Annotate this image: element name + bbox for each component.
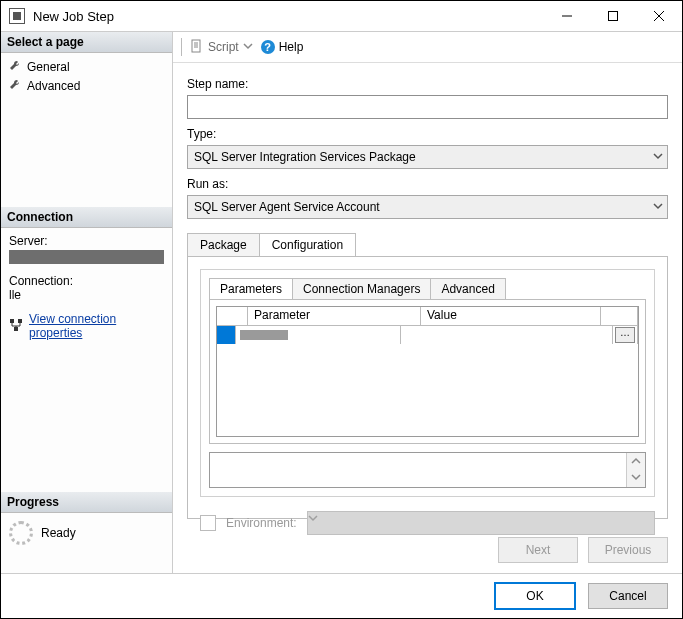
tab-panel-configuration: Parameters Connection Managers Advanced … (187, 256, 668, 519)
cancel-button[interactable]: Cancel (588, 583, 668, 609)
tab-configuration[interactable]: Configuration (259, 233, 356, 256)
chevron-down-icon[interactable] (631, 471, 641, 485)
run-as-combo[interactable]: SQL Server Agent Service Account (187, 195, 668, 219)
tab-package[interactable]: Package (187, 233, 260, 256)
grid-empty (217, 344, 638, 436)
cell-action: … (613, 326, 638, 344)
progress-status: Ready (41, 526, 76, 540)
page-general[interactable]: General (1, 57, 172, 76)
network-icon (9, 318, 23, 335)
col-value: Value (421, 307, 601, 325)
window-buttons (544, 1, 682, 31)
chevron-down-icon (653, 200, 663, 214)
separator (181, 38, 182, 56)
row-selector[interactable] (217, 326, 236, 344)
environment-label: Environment: (226, 516, 297, 530)
grid-corner (217, 307, 248, 325)
next-button[interactable]: Next (498, 537, 578, 563)
svg-rect-7 (192, 40, 200, 52)
sidebar: Select a page General Advanced Connectio… (1, 32, 173, 573)
grid-header: Parameter Value (217, 307, 638, 326)
environment-combo[interactable] (307, 511, 655, 535)
inner-tab-connection-managers[interactable]: Connection Managers (292, 278, 431, 299)
textarea-body[interactable] (210, 453, 626, 487)
details-textarea[interactable] (209, 452, 646, 488)
grid-row[interactable]: … (217, 326, 638, 344)
step-name-input[interactable] (187, 95, 668, 119)
chevron-down-icon (653, 150, 663, 164)
parameters-grid: Parameter Value (216, 306, 639, 437)
col-action (601, 307, 638, 325)
script-label: Script (208, 40, 239, 54)
page-nav: General Advanced (1, 53, 172, 207)
textarea-scrollbar[interactable] (626, 453, 645, 487)
inner-tab-advanced[interactable]: Advanced (430, 278, 505, 299)
col-parameter: Parameter (248, 307, 421, 325)
help-label: Help (279, 40, 304, 54)
type-value: SQL Server Integration Services Package (194, 150, 416, 164)
chevron-up-icon[interactable] (631, 455, 641, 469)
type-combo[interactable]: SQL Server Integration Services Package (187, 145, 668, 169)
script-icon (190, 39, 204, 56)
previous-button[interactable]: Previous (588, 537, 668, 563)
svg-rect-6 (14, 327, 18, 331)
select-page-header: Select a page (1, 32, 172, 53)
dropdown-icon (243, 40, 253, 54)
connection-properties-row: View connection properties (9, 312, 164, 340)
server-label: Server: (9, 234, 164, 248)
window: New Job Step Select a page General Advan… (0, 0, 683, 619)
help-button[interactable]: ? Help (261, 40, 304, 54)
content: Step name: Type: SQL Server Integration … (173, 63, 682, 573)
footer: OK Cancel (1, 573, 682, 618)
connection-header: Connection (1, 207, 172, 228)
outer-tabs: Package Configuration (187, 233, 668, 256)
main: Script ? Help Step name: Type: SQL Serve… (173, 32, 682, 573)
environment-row: Environment: (200, 511, 655, 535)
svg-rect-4 (10, 319, 14, 323)
page-label: Advanced (27, 79, 80, 93)
config-panel: Parameters Connection Managers Advanced … (200, 269, 655, 497)
ellipsis-button[interactable]: … (615, 327, 635, 343)
connection-label: Connection: (9, 274, 164, 288)
progress-header: Progress (1, 492, 172, 513)
inner-tabs: Parameters Connection Managers Advanced (209, 278, 646, 299)
inner-panel-parameters: Parameter Value (209, 299, 646, 444)
connection-body: Server: Connection: lle View connection … (1, 228, 172, 346)
toolbar: Script ? Help (173, 32, 682, 63)
cell-parameter[interactable] (236, 326, 401, 344)
progress-body: Ready (1, 513, 172, 553)
svg-rect-5 (18, 319, 22, 323)
app-icon (9, 8, 25, 24)
inner-tab-parameters[interactable]: Parameters (209, 278, 293, 299)
page-advanced[interactable]: Advanced (1, 76, 172, 95)
step-name-label: Step name: (187, 77, 668, 91)
cell-value[interactable] (401, 326, 613, 344)
chevron-down-icon (308, 512, 318, 526)
window-title: New Job Step (33, 9, 544, 24)
titlebar: New Job Step (1, 1, 682, 32)
run-as-value: SQL Server Agent Service Account (194, 200, 380, 214)
run-as-label: Run as: (187, 177, 668, 191)
body: Select a page General Advanced Connectio… (1, 32, 682, 573)
page-label: General (27, 60, 70, 74)
wrench-icon (9, 78, 21, 93)
help-icon: ? (261, 40, 275, 54)
script-button[interactable]: Script (190, 39, 253, 56)
svg-rect-1 (609, 12, 618, 21)
view-connection-properties-link[interactable]: View connection properties (29, 312, 164, 340)
close-button[interactable] (636, 1, 682, 31)
nav-buttons: Next Previous (187, 537, 668, 563)
redacted-text (240, 330, 288, 340)
environment-checkbox[interactable] (200, 515, 216, 531)
server-value (9, 250, 164, 264)
maximize-button[interactable] (590, 1, 636, 31)
ok-button[interactable]: OK (494, 582, 576, 610)
spinner-icon (9, 521, 33, 545)
wrench-icon (9, 59, 21, 74)
connection-value: lle (9, 288, 164, 302)
minimize-button[interactable] (544, 1, 590, 31)
type-label: Type: (187, 127, 668, 141)
